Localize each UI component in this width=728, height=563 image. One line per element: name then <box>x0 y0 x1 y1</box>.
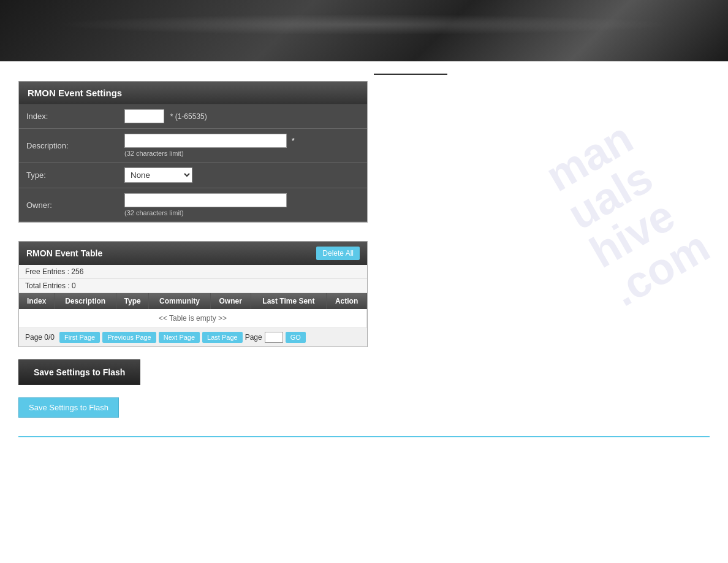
header-banner <box>0 0 728 61</box>
delete-all-button[interactable]: Delete All <box>316 247 360 260</box>
top-line-decoration <box>374 74 447 75</box>
last-page-button[interactable]: Last Page <box>202 332 243 343</box>
type-label: Type: <box>19 163 117 188</box>
rmon-event-table-panel: RMON Event Table Delete All Free Entries… <box>18 241 368 347</box>
event-table-header: RMON Event Table Delete All <box>19 242 367 265</box>
free-entries-info: Free Entries : 256 <box>19 265 367 279</box>
go-button[interactable]: GO <box>286 332 306 343</box>
total-entries-info: Total Entries : 0 <box>19 279 367 293</box>
page-info: Page 0/0 <box>25 333 55 342</box>
page-number-input[interactable] <box>265 332 283 343</box>
settings-panel-title: RMON Event Settings <box>28 88 122 98</box>
event-table-title: RMON Event Table <box>26 248 102 258</box>
col-last-time-sent: Last Time Sent <box>251 293 327 309</box>
save-settings-blue-button[interactable]: Save Settings to Flash <box>18 397 119 418</box>
description-label: Description: <box>19 129 117 163</box>
description-input[interactable] <box>124 134 287 148</box>
previous-page-button[interactable]: Previous Page <box>102 332 156 343</box>
col-community: Community <box>149 293 210 309</box>
owner-char-limit: (32 characters limit) <box>124 209 360 216</box>
type-row: Type: None Log Trap Log and Trap <box>19 163 367 188</box>
table-header-row: Index Description Type Community Owner L… <box>19 293 367 309</box>
col-owner: Owner <box>210 293 251 309</box>
owner-row: Owner: (32 characters limit) <box>19 188 367 222</box>
col-index: Index <box>19 293 55 309</box>
description-row: Description: * (32 characters limit) <box>19 129 367 163</box>
bottom-separator <box>18 436 710 437</box>
description-required: * <box>292 136 295 145</box>
table-empty-row: << Table is empty >> <box>19 309 367 327</box>
pagination-bar: Page 0/0 First Page Previous Page Next P… <box>19 327 367 347</box>
empty-message: << Table is empty >> <box>19 309 367 327</box>
first-page-button[interactable]: First Page <box>59 332 100 343</box>
rmon-event-settings-panel: RMON Event Settings Index: * (1-65535) D… <box>18 81 368 223</box>
event-data-table: Index Description Type Community Owner L… <box>19 293 367 327</box>
col-type: Type <box>116 293 148 309</box>
col-action: Action <box>327 293 367 309</box>
owner-input[interactable] <box>124 193 287 207</box>
index-input[interactable] <box>124 109 164 123</box>
page-label: Page <box>245 333 262 342</box>
col-description: Description <box>55 293 116 309</box>
index-label: Index: <box>19 104 117 129</box>
settings-panel-header: RMON Event Settings <box>19 82 367 104</box>
save-settings-dark-button[interactable]: Save Settings to Flash <box>18 359 140 385</box>
index-row: Index: * (1-65535) <box>19 104 367 129</box>
index-hint: * (1-65535) <box>170 112 207 121</box>
settings-form-table: Index: * (1-65535) Description: * (32 ch… <box>19 104 367 222</box>
next-page-button[interactable]: Next Page <box>159 332 200 343</box>
type-select[interactable]: None Log Trap Log and Trap <box>124 167 192 183</box>
watermark: manualshive.com <box>539 109 716 313</box>
description-char-limit: (32 characters limit) <box>124 150 360 157</box>
owner-label: Owner: <box>19 188 117 222</box>
